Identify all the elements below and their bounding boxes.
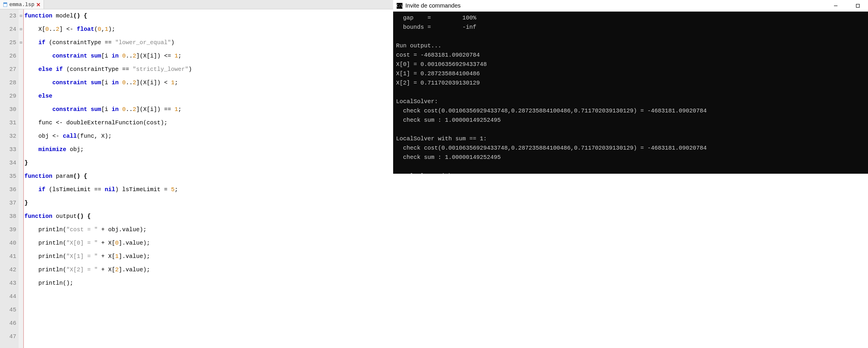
blank-area bbox=[393, 174, 868, 348]
code-line[interactable]: X[0..2] <- float(0,1); bbox=[24, 23, 393, 36]
line-number: 47 bbox=[0, 330, 16, 343]
line-number: 38 bbox=[0, 210, 16, 223]
tab-bar: emma.lsp bbox=[0, 0, 393, 9]
line-number: 42 bbox=[0, 263, 16, 277]
file-tab[interactable]: emma.lsp bbox=[0, 0, 44, 9]
line-number: 24 bbox=[0, 23, 16, 36]
line-number: 40 bbox=[0, 237, 16, 250]
line-number: 29 bbox=[0, 90, 16, 103]
code-line[interactable]: function output() { bbox=[24, 210, 393, 223]
file-tab-label: emma.lsp bbox=[9, 2, 34, 7]
editor-pane: emma.lsp 2324252627282930313233343536373… bbox=[0, 0, 393, 348]
fold-marker[interactable]: ⊟ bbox=[19, 36, 23, 49]
line-number: 46 bbox=[0, 317, 16, 330]
close-tab-icon[interactable] bbox=[36, 2, 41, 7]
line-number: 44 bbox=[0, 290, 16, 303]
code-line[interactable]: println("X[2] = " + X[2].value); bbox=[24, 263, 393, 277]
code-line[interactable]: else bbox=[24, 90, 393, 103]
line-number: 33 bbox=[0, 143, 16, 156]
code-line[interactable]: else if (constraintType == "strictly_low… bbox=[24, 63, 393, 76]
line-number: 27 bbox=[0, 63, 16, 76]
code-line[interactable]: constraint sum[i in 0..2](X[i]) == 1; bbox=[24, 103, 393, 116]
line-number: 26 bbox=[0, 49, 16, 63]
line-number-gutter: 2324252627282930313233343536373839404142… bbox=[0, 9, 19, 348]
line-number: 34 bbox=[0, 156, 16, 170]
line-number: 31 bbox=[0, 116, 16, 130]
terminal-pane: C:\ Invite de commandes gap = 100% bound… bbox=[393, 0, 868, 348]
line-number: 28 bbox=[0, 76, 16, 90]
maximize-button[interactable] bbox=[851, 1, 865, 10]
code-line[interactable]: minimize obj; bbox=[24, 143, 393, 156]
fold-marker[interactable]: ⊟ bbox=[19, 23, 23, 36]
code-line[interactable]: function model() { bbox=[24, 9, 393, 23]
code-line[interactable]: println("X[1] = " + X[1].value); bbox=[24, 250, 393, 263]
code-line[interactable]: println("X[0] = " + X[0].value); bbox=[24, 237, 393, 250]
minimize-button[interactable] bbox=[829, 1, 842, 10]
line-number: 43 bbox=[0, 277, 16, 290]
code-line[interactable]: function param() { bbox=[24, 170, 393, 183]
line-number: 25 bbox=[0, 36, 16, 49]
code-line[interactable]: } bbox=[24, 196, 393, 210]
code-line[interactable]: func <- doubleExternalFunction(cost); bbox=[24, 116, 393, 130]
cmd-icon: C:\ bbox=[397, 3, 402, 9]
line-number: 36 bbox=[0, 183, 16, 196]
fold-marker[interactable]: ⊟ bbox=[19, 9, 23, 23]
line-number: 41 bbox=[0, 250, 16, 263]
code-line[interactable]: println(); bbox=[24, 277, 393, 290]
code-line[interactable]: constraint sum[i in 0..2](X[i]) <= 1; bbox=[24, 49, 393, 63]
code-area[interactable]: function model() { X[0..2] <- float(0,1)… bbox=[23, 9, 393, 348]
line-number: 23 bbox=[0, 9, 16, 23]
line-number: 35 bbox=[0, 170, 16, 183]
code-line[interactable]: println("cost = " + obj.value); bbox=[24, 223, 393, 237]
file-icon bbox=[3, 2, 7, 7]
line-number: 39 bbox=[0, 223, 16, 237]
svg-rect-5 bbox=[856, 4, 860, 7]
terminal-title: Invite de commandes bbox=[405, 2, 461, 9]
editor-body[interactable]: 2324252627282930313233343536373839404142… bbox=[0, 9, 393, 348]
line-number: 37 bbox=[0, 196, 16, 210]
code-line[interactable]: obj <- call(func, X); bbox=[24, 130, 393, 143]
terminal-titlebar[interactable]: C:\ Invite de commandes bbox=[393, 0, 868, 12]
window-controls bbox=[829, 1, 865, 10]
svg-rect-1 bbox=[3, 3, 7, 4]
code-line[interactable]: if (constraintType == "lower_or_equal") bbox=[24, 36, 393, 49]
code-line[interactable]: if (lsTimeLimit == nil) lsTimeLimit = 5; bbox=[24, 183, 393, 196]
code-line[interactable]: constraint sum[i in 0..2](X[i]) < 1; bbox=[24, 76, 393, 90]
line-number: 32 bbox=[0, 130, 16, 143]
code-line[interactable]: } bbox=[24, 156, 393, 170]
line-number: 30 bbox=[0, 103, 16, 116]
fold-column[interactable]: ⊟⊟⊟ bbox=[19, 9, 23, 348]
line-number: 45 bbox=[0, 303, 16, 317]
terminal-output[interactable]: gap = 100% bounds = -inf Run output... c… bbox=[393, 12, 868, 174]
